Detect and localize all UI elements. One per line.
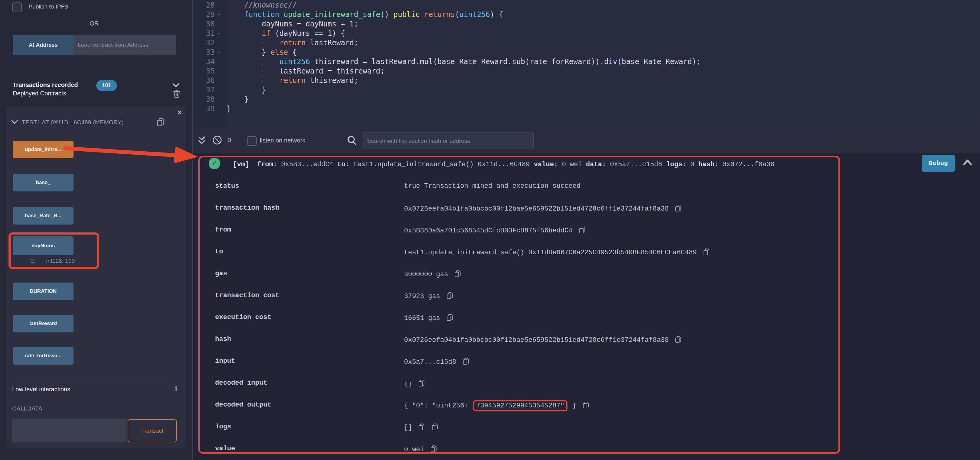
- tx-row-label: decoded input: [215, 379, 267, 387]
- summary-segment: to:: [337, 161, 353, 168]
- line-number: 31: [192, 29, 215, 38]
- copy-icon[interactable]: [418, 423, 425, 433]
- line-number: 37: [192, 85, 215, 95]
- clear-console-icon[interactable]: [212, 135, 223, 146]
- close-icon[interactable]: ✕: [177, 109, 182, 116]
- fold-icon[interactable]: ▾: [218, 48, 220, 57]
- tx-row-value: 16651 gas: [404, 314, 453, 323]
- tx-row-label: from: [215, 226, 231, 234]
- code-line[interactable]: 29▾ function update_initreward_safe() pu…: [192, 10, 980, 19]
- function-button-base[interactable]: base_: [13, 174, 73, 191]
- tx-detail-row: value0 wei: [192, 445, 980, 455]
- terminal-search-input[interactable]: [362, 132, 534, 149]
- terminal-log: ✓ [vm] from: 0x5B3...eddC4 to: test1.upd…: [192, 153, 980, 460]
- trash-icon[interactable]: [173, 89, 181, 99]
- code-text: dayNums = dayNums + 1;: [227, 19, 358, 29]
- tx-detail-row: logs[]: [192, 423, 980, 433]
- transaction-summary-line[interactable]: [vm] from: 0x5B3...eddC4 to: test1.updat…: [233, 161, 774, 168]
- summary-segment: 0x072...f8a38: [722, 161, 775, 168]
- tx-row-value: {}: [404, 379, 425, 389]
- chevron-up-icon[interactable]: [963, 158, 973, 166]
- code-text: function update_initreward_safe() public…: [227, 10, 503, 19]
- copy-icon[interactable]: [582, 401, 590, 411]
- function-button-update-initreward[interactable]: update_initre...: [13, 141, 73, 158]
- deployed-contract-card: ✕ TEST1 AT 0X11D...6C489 (MEMORY) update…: [6, 106, 186, 448]
- tx-detail-row: decoded output{ "0": "uint256: 739459275…: [192, 401, 980, 411]
- code-text: if (dayNums == 1) {: [227, 29, 345, 38]
- copy-icon[interactable]: [156, 117, 165, 127]
- code-text: }: [227, 95, 248, 104]
- code-line[interactable]: 32 return lastReward;: [192, 38, 980, 48]
- code-line[interactable]: 35 lastReward = thisreward;: [192, 67, 980, 76]
- at-address-input[interactable]: [73, 35, 176, 55]
- line-number: 29: [192, 10, 215, 19]
- code-line[interactable]: 38 }: [192, 95, 980, 104]
- code-editor[interactable]: 28 //knownsec//29▾ function update_initr…: [192, 0, 980, 127]
- summary-segment: 0 wei: [562, 161, 586, 168]
- info-icon[interactable]: i: [175, 384, 177, 393]
- tx-detail-row: transaction hash0x0726eefa04b1fa0bbcbc00…: [192, 204, 980, 214]
- pending-transactions-count: 0: [228, 137, 231, 144]
- line-number: 32: [192, 38, 215, 48]
- tx-detail-row: from0x5B38Da6a701c568545dCfcB03FcB875f56…: [192, 226, 980, 236]
- function-button-duration[interactable]: DURATION: [13, 283, 73, 300]
- copy-icon[interactable]: [703, 248, 710, 258]
- code-text: } else {: [227, 48, 297, 57]
- code-line[interactable]: 28 //knownsec//: [192, 1, 980, 10]
- copy-icon[interactable]: [579, 226, 586, 236]
- copy-icon[interactable]: [431, 423, 439, 433]
- line-number: 38: [192, 95, 215, 104]
- panel-divider[interactable]: [192, 0, 192, 460]
- terminal-toolbar: 0 listen on network: [192, 127, 980, 153]
- code-text: }: [227, 104, 231, 114]
- copy-icon[interactable]: [462, 357, 469, 367]
- code-text: return thisreward;: [227, 76, 358, 85]
- code-line[interactable]: 31▾ if (dayNums == 1) {: [192, 29, 980, 38]
- copy-icon[interactable]: [446, 314, 453, 323]
- tx-row-value: 0x0726eefa04b1fa0bbcbc00f12bae5e659522b1…: [404, 204, 682, 214]
- remix-ide-app: Publish to IPFS OR At Address Transactio…: [0, 0, 980, 460]
- summary-segment: 0: [690, 161, 698, 168]
- code-line[interactable]: 37 }: [192, 85, 980, 95]
- transact-button[interactable]: Transact: [127, 419, 177, 442]
- tx-detail-row: totest1.update_initreward_safe() 0x11dDe…: [192, 248, 980, 258]
- tx-row-value: 0x0726eefa04b1fa0bbcbc00f12bae5e659522b1…: [404, 336, 682, 345]
- at-address-button[interactable]: At Address: [13, 35, 73, 55]
- copy-icon[interactable]: [418, 379, 425, 389]
- copy-icon[interactable]: [675, 336, 682, 345]
- fold-icon[interactable]: ▾: [218, 10, 220, 19]
- expand-terminal-icon[interactable]: [197, 135, 206, 146]
- tx-detail-row: decoded input{}: [192, 379, 980, 389]
- copy-icon[interactable]: [430, 445, 438, 455]
- function-button-lastreward[interactable]: lastReward: [13, 315, 73, 333]
- annotation-box-decoded-output: 739459275299453545287": [473, 400, 567, 411]
- code-line[interactable]: 30 dayNums = dayNums + 1;: [192, 19, 980, 29]
- tx-row-label: transaction hash: [215, 204, 279, 212]
- code-line[interactable]: 36 return thisreward;: [192, 76, 980, 85]
- code-line[interactable]: 34 uint256 thisreward = lastReward.mul(b…: [192, 57, 980, 67]
- copy-icon[interactable]: [454, 270, 461, 280]
- tx-row-label: transaction cost: [215, 292, 279, 299]
- copy-icon[interactable]: [675, 204, 682, 214]
- function-button-rate-forreward[interactable]: rate_forRewa...: [13, 347, 73, 364]
- chevron-down-icon[interactable]: [172, 83, 180, 88]
- chevron-down-icon[interactable]: [11, 120, 18, 124]
- tx-row-label: input: [215, 357, 235, 365]
- code-text: lastReward = thisreward;: [227, 67, 385, 76]
- tx-row-label: logs: [215, 423, 231, 431]
- debug-button[interactable]: Debug: [922, 155, 955, 172]
- publish-to-ipfs-label: Publish to IPFS: [29, 3, 68, 10]
- calldata-input[interactable]: [12, 419, 126, 442]
- code-line[interactable]: 33▾ } else {: [192, 48, 980, 57]
- success-check-icon: ✓: [209, 158, 220, 169]
- transactions-recorded-label: Transactions recorded: [13, 81, 78, 88]
- code-line[interactable]: 39}: [192, 104, 980, 114]
- summary-segment: 0x5a7...c15d8: [610, 161, 666, 168]
- function-button-daynums[interactable]: dayNums: [13, 236, 73, 255]
- listen-on-network-checkbox[interactable]: [247, 136, 257, 146]
- copy-icon[interactable]: [446, 292, 453, 302]
- function-button-base-rate-reward[interactable]: base_Rate_R...: [13, 207, 73, 224]
- publish-to-ipfs-checkbox[interactable]: [12, 2, 22, 12]
- tx-row-label: execution cost: [215, 314, 271, 321]
- fold-icon[interactable]: ▾: [218, 29, 220, 38]
